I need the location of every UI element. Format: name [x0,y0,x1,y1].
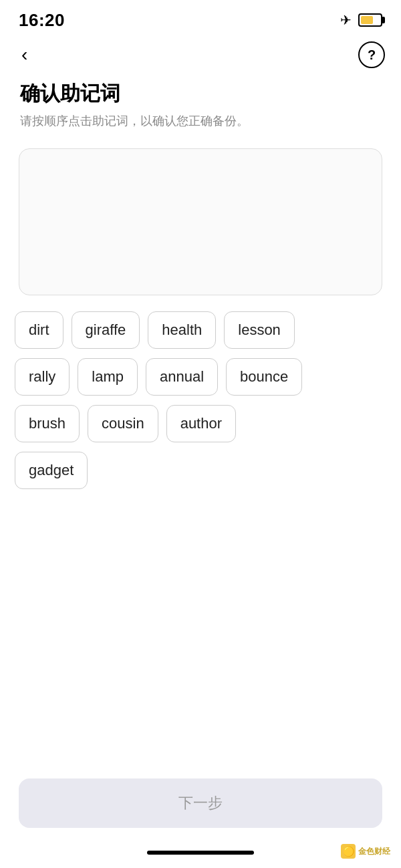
words-section: dirt giraffe health lesson rally lamp an… [0,311,401,489]
word-chip-cousin[interactable]: cousin [88,405,158,442]
battery-icon [358,13,382,27]
words-row-4: gadget [15,452,386,489]
word-chip-bounce[interactable]: bounce [226,358,302,396]
watermark: 🟡 金色财经 [341,844,390,859]
word-chip-dirt[interactable]: dirt [15,311,63,349]
input-area [19,148,382,295]
next-btn-wrapper: 下一步 [19,778,382,828]
words-row-3: brush cousin author [15,405,386,442]
word-chip-author[interactable]: author [166,405,236,442]
nav-bar: ‹ ? [0,36,401,74]
word-chip-lamp[interactable]: lamp [78,358,138,396]
word-chip-health[interactable]: health [148,311,216,349]
help-button[interactable]: ? [358,41,385,68]
word-chip-giraffe[interactable]: giraffe [72,311,140,349]
word-chip-annual[interactable]: annual [146,358,218,396]
status-time: 16:20 [19,10,65,31]
home-indicator [147,851,254,855]
header-section: 确认助记词 请按顺序点击助记词，以确认您正确备份。 [0,74,401,143]
watermark-icon: 🟡 [341,844,356,859]
page-title: 确认助记词 [20,80,381,108]
word-chip-brush[interactable]: brush [15,405,80,442]
status-bar: 16:20 ✈ [0,0,401,36]
word-chip-rally[interactable]: rally [15,358,70,396]
words-row-2: rally lamp annual bounce [15,358,386,396]
words-row-1: dirt giraffe health lesson [15,311,386,349]
watermark-label: 金色财经 [358,846,390,857]
page-subtitle: 请按顺序点击助记词，以确认您正确备份。 [20,113,381,130]
word-chip-lesson[interactable]: lesson [224,311,295,349]
next-button[interactable]: 下一步 [19,778,382,828]
back-button[interactable]: ‹ [16,43,33,67]
status-icons: ✈ [340,12,382,28]
word-chip-gadget[interactable]: gadget [15,452,88,489]
battery-fill [361,16,373,24]
airplane-icon: ✈ [340,12,352,28]
